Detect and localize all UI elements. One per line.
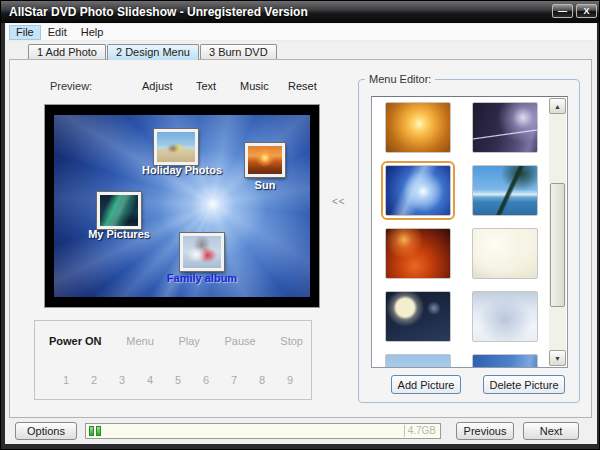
dvd-menu-background: Holiday Photos Sun My Pictures Family al… <box>54 115 310 297</box>
template-sky[interactable] <box>385 354 451 368</box>
scrollbar-thumb[interactable] <box>550 183 565 307</box>
tab-add-photo[interactable]: 1 Add Photo <box>28 44 106 59</box>
remote-control-panel: Power ON Menu Play Pause Stop 1 2 3 4 5 … <box>34 320 312 400</box>
menu-bar: File Edit Help <box>6 24 596 41</box>
collapse-editor-button[interactable]: << <box>332 196 346 207</box>
menu-item-sun-label: Sun <box>225 179 305 191</box>
template-palm-beach[interactable] <box>472 165 538 216</box>
template-moon-night[interactable] <box>385 291 451 342</box>
template-purple-lightning[interactable] <box>472 102 538 153</box>
capacity-label: 4.7GB <box>404 425 436 437</box>
menu-editor-group: Menu Editor: ▲ ▼ <box>358 79 580 403</box>
design-menu-panel: Preview: Adjust Text Music Reset Holiday… <box>9 59 592 418</box>
menu-item-holiday-photos-thumbnail[interactable] <box>154 129 198 165</box>
minimize-icon: — <box>558 6 567 16</box>
close-icon: X <box>583 6 589 16</box>
remote-play-button[interactable]: Play <box>178 335 199 347</box>
template-list-scrollbar[interactable]: ▲ ▼ <box>549 98 566 366</box>
template-blue-burst-selected[interactable] <box>385 165 451 216</box>
remote-buttons-row: Power ON Menu Play Pause Stop <box>49 335 303 347</box>
tab-strip: 1 Add Photo 2 Design Menu 3 Burn DVD <box>28 44 278 60</box>
template-ocean[interactable] <box>472 354 538 368</box>
window-title: AllStar DVD Photo Slideshow - Unregister… <box>9 5 308 19</box>
remote-number-8[interactable]: 8 <box>259 374 265 386</box>
reset-button[interactable]: Reset <box>288 80 317 92</box>
remote-number-2[interactable]: 2 <box>91 374 97 386</box>
template-golden-sunburst[interactable] <box>385 102 451 153</box>
menu-item-holiday-photos-label: Holiday Photos <box>142 164 222 176</box>
options-button[interactable]: Options <box>15 422 77 440</box>
remote-stop-button[interactable]: Stop <box>280 335 303 347</box>
tab-design-menu[interactable]: 2 Design Menu <box>107 44 199 60</box>
capacity-used-segment <box>89 426 94 436</box>
adjust-button[interactable]: Adjust <box>142 80 173 92</box>
remote-number-9[interactable]: 9 <box>287 374 293 386</box>
disc-capacity-bar: 4.7GB <box>85 423 441 439</box>
previous-button[interactable]: Previous <box>456 422 514 440</box>
scroll-up-icon[interactable]: ▲ <box>549 98 566 114</box>
remote-number-3[interactable]: 3 <box>119 374 125 386</box>
capacity-used-segment <box>96 426 101 436</box>
template-white-roses-rings[interactable] <box>472 228 538 279</box>
music-button[interactable]: Music <box>240 80 269 92</box>
menu-item-sun-thumbnail[interactable] <box>245 143 285 177</box>
menu-item-family-album-label: Family album <box>162 272 242 284</box>
title-bar: AllStar DVD Photo Slideshow - Unregister… <box>1 1 600 23</box>
window-content: File Edit Help 1 Add Photo 2 Design Menu… <box>5 23 597 444</box>
text-button[interactable]: Text <box>196 80 216 92</box>
add-picture-button[interactable]: Add Picture <box>391 375 461 394</box>
next-button[interactable]: Next <box>523 422 579 440</box>
remote-power-on-button[interactable]: Power ON <box>49 335 102 347</box>
preview-label: Preview: <box>50 80 92 92</box>
menu-edit[interactable]: Edit <box>41 25 74 40</box>
menu-item-my-pictures-label: My Pictures <box>79 228 159 240</box>
menu-template-list: ▲ ▼ <box>371 96 568 368</box>
remote-number-6[interactable]: 6 <box>203 374 209 386</box>
menu-help[interactable]: Help <box>74 25 111 40</box>
remote-number-4[interactable]: 4 <box>147 374 153 386</box>
preview-screen: Holiday Photos Sun My Pictures Family al… <box>44 104 320 308</box>
remote-menu-button[interactable]: Menu <box>126 335 154 347</box>
remote-number-5[interactable]: 5 <box>175 374 181 386</box>
menu-editor-label: Menu Editor: <box>365 73 435 85</box>
app-window: AllStar DVD Photo Slideshow - Unregister… <box>0 0 600 450</box>
minimize-button[interactable]: — <box>552 4 573 18</box>
scroll-down-icon[interactable]: ▼ <box>549 350 566 366</box>
remote-number-7[interactable]: 7 <box>231 374 237 386</box>
remote-number-1[interactable]: 1 <box>63 374 69 386</box>
tab-burn-dvd[interactable]: 3 Burn DVD <box>200 44 277 59</box>
menu-file[interactable]: File <box>9 25 41 40</box>
menu-item-family-album-thumbnail[interactable] <box>180 233 224 271</box>
template-snow-scene[interactable] <box>472 291 538 342</box>
close-button[interactable]: X <box>576 4 597 18</box>
menu-item-my-pictures-thumbnail[interactable] <box>97 192 141 229</box>
template-red-planet[interactable] <box>385 228 451 279</box>
delete-picture-button[interactable]: Delete Picture <box>483 375 565 394</box>
remote-pause-button[interactable]: Pause <box>224 335 255 347</box>
remote-numbers-row: 1 2 3 4 5 6 7 8 9 <box>63 374 293 386</box>
